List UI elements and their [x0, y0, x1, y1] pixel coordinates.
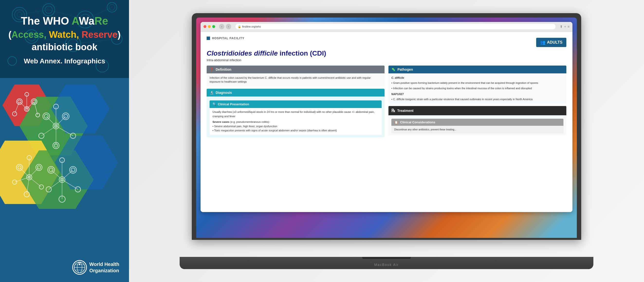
right-column: 🦠 Pathogen C. difficile • Gram-positive …	[388, 66, 566, 207]
left-column: ❓ Definition Infection of the colon caus…	[207, 66, 384, 207]
list-icon: 📋	[394, 120, 398, 124]
definition-card: ❓ Definition Infection of the colon caus…	[207, 66, 384, 86]
clinical-presentation-body: Usually diarrhea (≥3 unformed/liquid sto…	[210, 108, 382, 135]
rx-icon: ℞	[391, 108, 395, 113]
treatment-body: 📋 Clinical Considerations Discontinue an…	[388, 115, 566, 135]
clinical-considerations-card: 📋 Clinical Considerations Discontinue an…	[391, 119, 564, 133]
add-tab-icon[interactable]: +	[564, 25, 566, 29]
definition-body: Infection of the colon caused by the bac…	[207, 73, 384, 86]
minimize-dot[interactable]	[208, 25, 211, 28]
browser-nav: ‹ ›	[219, 24, 231, 29]
laptop-side: ‹ › 🔒 firstline.org/who ⬆ + ≡	[129, 0, 644, 282]
browser-toolbar: ‹ › 🔒 firstline.org/who ⬆ + ≡	[200, 22, 572, 32]
definition-header: ❓ Definition	[207, 66, 384, 73]
who-text: World Health Organization	[89, 261, 119, 274]
more-icon[interactable]: ≡	[568, 25, 570, 29]
book-web-annex: Web Annex. Infographics	[7, 57, 122, 65]
browser-window: ‹ › 🔒 firstline.org/who ⬆ + ≡	[200, 22, 572, 212]
search-icon: 🔍	[212, 102, 216, 107]
book-cover: The WHO AWaRe (Access, Watch, Reserve) a…	[0, 0, 129, 282]
facility-label: HOSPITAL FACILITY	[207, 37, 244, 40]
share-icon[interactable]: ⬆	[560, 25, 563, 29]
treatment-header: ℞ Treatment	[388, 106, 566, 115]
adults-badge: 👥 ADULTS	[536, 38, 566, 47]
pathogen-header: 🦠 Pathogen	[388, 66, 566, 73]
screen-bezel: ‹ › 🔒 firstline.org/who ⬆ + ≡	[196, 18, 577, 238]
who-logo	[72, 260, 87, 275]
page-title: Clostridioides difficile infection (CDI)	[207, 50, 566, 57]
microscope-icon: 🔬	[210, 91, 214, 95]
close-dot[interactable]	[204, 25, 206, 28]
screen-background: ‹ › 🔒 firstline.org/who ⬆ + ≡	[196, 18, 577, 238]
browser-dots	[204, 25, 215, 28]
browser-content: HOSPITAL FACILITY 👥 ADULTS Clostridioide…	[200, 32, 572, 212]
clinical-presentation-card: 🔍 Clinical Presentation Usually diarrhea…	[210, 100, 382, 135]
laptop-notch	[362, 257, 411, 259]
book-title-area: The WHO AWaRe (Access, Watch, Reserve) a…	[0, 0, 129, 72]
treatment-card: ℞ Treatment 📋	[388, 106, 566, 135]
laptop-container: ‹ › 🔒 firstline.org/who ⬆ + ≡	[182, 13, 591, 269]
pathogen-body: C. difficile • Gram-positive spore-formi…	[388, 73, 566, 104]
laptop-screen: ‹ › 🔒 firstline.org/who ⬆ + ≡	[192, 13, 581, 240]
question-icon: ❓	[210, 68, 214, 71]
page-subtitle: Intra-abdominal infection	[207, 58, 566, 62]
book-subtitle2: antibiotic book	[7, 42, 122, 52]
diagnosis-header: 🔬 Diagnosis	[207, 89, 384, 96]
book-subtitle: (Access, Watch, Reserve)	[7, 29, 122, 41]
clinical-considerations-body: Discontinue any other antibiotics, preve…	[391, 126, 564, 133]
laptop-base: MacBook Air	[180, 257, 594, 269]
url-bar[interactable]: 🔒 firstline.org/who	[235, 23, 556, 30]
who-logo-area: World Health Organization	[72, 260, 119, 275]
virus-icon: 🦠	[391, 68, 396, 71]
laptop-model-label: MacBook Air	[374, 263, 399, 267]
hexagons-area	[0, 77, 129, 219]
clinical-presentation-header: 🔍 Clinical Presentation	[210, 100, 382, 108]
browser-actions: ⬆ + ≡	[560, 25, 570, 29]
book-title-line1: The WHO AWaRe	[7, 15, 122, 28]
content-columns: ❓ Definition Infection of the colon caus…	[207, 66, 566, 207]
facility-icon	[207, 37, 210, 40]
url-text: firstline.org/who	[242, 25, 261, 28]
back-button[interactable]: ‹	[219, 24, 224, 29]
forward-button[interactable]: ›	[226, 24, 231, 29]
people-icon: 👥	[540, 40, 546, 45]
diagnosis-body: 🔍 Clinical Presentation Usually diarrhea…	[207, 96, 384, 137]
lock-icon: 🔒	[238, 25, 241, 28]
pathogen-card: 🦠 Pathogen C. difficile • Gram-positive …	[388, 66, 566, 104]
diagnosis-card: 🔬 Diagnosis 🔍	[207, 89, 384, 137]
maximize-dot[interactable]	[212, 25, 215, 28]
clinical-considerations-header: 📋 Clinical Considerations	[391, 119, 564, 126]
